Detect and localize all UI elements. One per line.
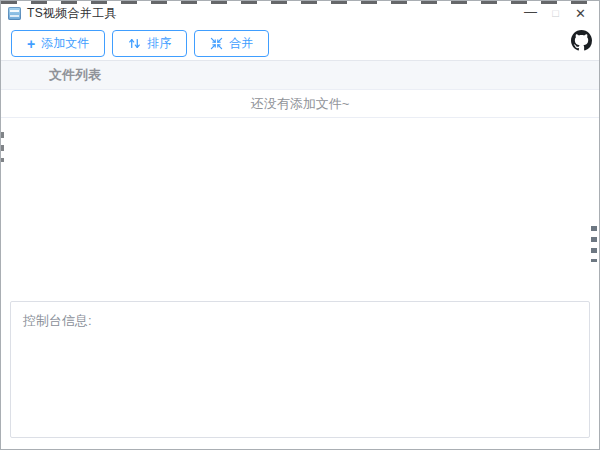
- github-icon[interactable]: [571, 30, 592, 51]
- window-title: TS视频合并工具: [27, 5, 117, 22]
- file-list-table: 文件列表 还没有添加文件~: [1, 60, 599, 118]
- plus-icon: +: [27, 37, 35, 51]
- background-artifact-right: [591, 226, 597, 262]
- file-list-empty-state: 还没有添加文件~: [1, 90, 599, 118]
- window-controls: — □ ✕: [518, 1, 599, 25]
- close-button[interactable]: ✕: [568, 1, 593, 25]
- console-panel[interactable]: 控制台信息:: [10, 301, 590, 438]
- sort-label: 排序: [147, 35, 171, 52]
- file-list-header-label: 文件列表: [1, 66, 101, 84]
- minimize-button[interactable]: —: [518, 1, 543, 25]
- add-files-label: 添加文件: [41, 35, 89, 52]
- sort-button[interactable]: 排序: [112, 30, 187, 57]
- file-list-header-row: 文件列表: [1, 61, 599, 90]
- background-artifact-left: [1, 132, 4, 162]
- maximize-button[interactable]: □: [543, 1, 568, 25]
- empty-state-text: 还没有添加文件~: [251, 95, 350, 113]
- sort-arrows-icon: [128, 37, 141, 50]
- toolbar: + 添加文件 排序 合并: [1, 25, 599, 60]
- merge-label: 合并: [229, 35, 253, 52]
- app-logo-icon: [8, 7, 21, 20]
- compress-inward-arrows-icon: [210, 37, 223, 50]
- add-files-button[interactable]: + 添加文件: [11, 30, 105, 57]
- app-window: TS视频合并工具 — □ ✕ + 添加文件 排序: [0, 0, 600, 450]
- merge-button[interactable]: 合并: [194, 30, 269, 57]
- titlebar[interactable]: TS视频合并工具 — □ ✕: [1, 1, 599, 25]
- console-label: 控制台信息:: [23, 313, 92, 328]
